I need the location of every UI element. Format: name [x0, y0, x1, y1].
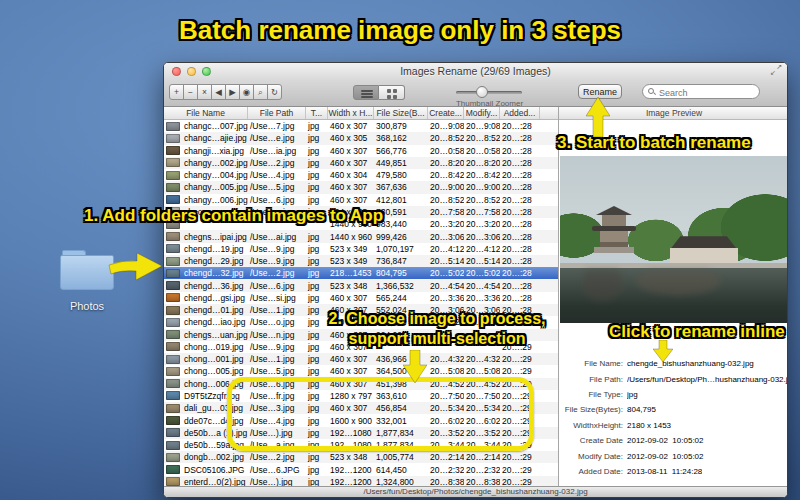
- fullscreen-icon[interactable]: ↗↙: [770, 64, 782, 76]
- file-size-cell: 1,005,774: [374, 452, 428, 462]
- file-name-cell: chong…019.jpg: [182, 342, 248, 352]
- preview-image: [560, 156, 788, 323]
- file-type-cell: jpg: [306, 244, 328, 254]
- search-icon: [648, 88, 654, 94]
- added-date-cell: 20…:29: [500, 465, 540, 475]
- table-row[interactable]: changy…005.jpg/Use…5.jpgjpg460 x 307367,…: [164, 181, 558, 193]
- column-header-6[interactable]: Create...: [428, 107, 464, 119]
- file-type-cell: jpg: [306, 305, 328, 315]
- refresh-button[interactable]: ↻: [267, 84, 282, 100]
- file-thumbnail: [166, 306, 180, 315]
- thumbnail-zoom-slider[interactable]: [456, 91, 522, 94]
- file-type-cell: jpg: [306, 146, 328, 156]
- info-field-value[interactable]: chengde_bishushanzhuang-032.jpg: [627, 359, 754, 368]
- info-field: File Size(Bytes):804,795: [559, 402, 788, 417]
- file-name-cell: chong…005.jpg: [182, 366, 248, 376]
- find-button[interactable]: ⌕: [253, 84, 268, 100]
- info-field-label: File Path:: [559, 375, 623, 384]
- add-button[interactable]: +: [169, 84, 184, 100]
- toolbar-buttons: +−×◀▶◉⌕↻: [169, 84, 282, 100]
- added-date-cell: 20…:28: [500, 232, 540, 242]
- dimensions-cell: 1440 x 960: [328, 232, 374, 242]
- info-field-label: File Type:: [559, 390, 623, 399]
- remove-button[interactable]: −: [183, 84, 198, 100]
- modify-date-cell: 20…3:36: [464, 293, 500, 303]
- table-row[interactable]: chegns…ipai.jpg/Use…ai.jpgjpg1440 x 9609…: [164, 230, 558, 242]
- create-date-cell: 20…9:00: [428, 182, 464, 192]
- added-date-cell: 20…:28: [500, 170, 540, 180]
- file-size-cell: 1,070,197: [374, 244, 428, 254]
- dimensions-cell: 523 x 348: [328, 281, 374, 291]
- table-row[interactable]: chengd…32.jpg/Use…2.jpgjpg218…1453804,79…: [164, 267, 558, 279]
- added-date-cell: 20…:28: [500, 244, 540, 254]
- file-type-cell: jpg: [306, 452, 328, 462]
- photos-folder-icon[interactable]: [60, 250, 114, 290]
- table-row[interactable]: chong…005.jpg/Use…5.jpgjpg460 x 307364,5…: [164, 365, 558, 377]
- info-field-value: 2012-09-02 10:05:02: [627, 436, 704, 445]
- table-row[interactable]: chengd…gsi.jpg/Use…si.jpgjpg460 x 307565…: [164, 292, 558, 304]
- slider-knob[interactable]: [476, 86, 488, 98]
- column-header-8[interactable]: Added...: [500, 107, 540, 119]
- next-button[interactable]: ▶: [225, 84, 240, 100]
- file-thumbnail: [166, 244, 180, 253]
- added-date-cell: 20…:28: [500, 146, 540, 156]
- create-date-cell: 20…9:08: [428, 121, 464, 131]
- file-path-cell: /Use…5.jpg: [248, 182, 306, 192]
- file-thumbnail: [166, 391, 180, 400]
- added-date-cell: 20…:29: [500, 354, 540, 364]
- dimensions-cell: 460 x 307: [328, 293, 374, 303]
- column-header-4[interactable]: Width x H...: [328, 107, 374, 119]
- file-size-cell: 736,847: [374, 256, 428, 266]
- table-row[interactable]: chengd…36.jpg/Use…6.jpgjpg523 x 3481,366…: [164, 279, 558, 291]
- previous-button[interactable]: ◀: [211, 84, 226, 100]
- file-size-cell: 367,636: [374, 182, 428, 192]
- modify-date-cell: 20…4:54: [464, 281, 500, 291]
- column-header-3[interactable]: T...: [306, 107, 328, 119]
- preview-button[interactable]: ◉: [239, 84, 254, 100]
- file-size-cell: 449,851: [374, 158, 428, 168]
- file-thumbnail: [166, 465, 180, 474]
- table-row[interactable]: chengd…29.jpg/Use…9.jpgjpg523 x 349736,8…: [164, 255, 558, 267]
- file-type-cell: jpg: [306, 330, 328, 340]
- dimensions-cell: 218…1453: [328, 268, 374, 278]
- list-view-icon[interactable]: [353, 85, 379, 100]
- file-thumbnail: [166, 477, 180, 486]
- table-row[interactable]: dongb…002.jpg/Use…2.jpgjpg523 x 3481,005…: [164, 451, 558, 463]
- modify-date-cell: 20…5:08: [464, 366, 500, 376]
- column-header-5[interactable]: File Size(B...: [374, 107, 428, 119]
- modify-date-cell: 20…5:02: [464, 268, 500, 278]
- window-title: Images Rename (29/69 Images): [164, 65, 787, 77]
- file-thumbnail: [166, 171, 180, 180]
- grid-view-icon[interactable]: [379, 85, 405, 100]
- table-row[interactable]: changy…002.jpg/Use…2.jpgjpg460 x 307449,…: [164, 157, 558, 169]
- table-row[interactable]: changc…ajie.jpg/Use…e.jpgjpg460 x 305368…: [164, 132, 558, 144]
- title-bar[interactable]: Images Rename (29/69 Images) ↗↙: [164, 63, 787, 80]
- search-input[interactable]: [657, 85, 759, 100]
- search-field[interactable]: [642, 84, 760, 99]
- column-header-1[interactable]: File Name: [164, 107, 248, 119]
- desktop: Batch rename image only in 3 steps Photo…: [0, 0, 800, 500]
- column-header-2[interactable]: File Path: [248, 107, 306, 119]
- added-date-cell: 20…:28: [500, 293, 540, 303]
- added-date-cell: 20…:29: [500, 366, 540, 376]
- modify-date-cell: 20…9:00: [464, 182, 500, 192]
- file-path-cell: /Use…2.jpg: [248, 452, 306, 462]
- dimensions-cell: 460 x 305: [328, 133, 374, 143]
- modify-date-cell: 20…4:32: [464, 354, 500, 364]
- table-row[interactable]: chong…001.jpg/Use…1.jpgjpg460 x 307436,9…: [164, 353, 558, 365]
- table-row[interactable]: chengd…19.jpg/Use…9.jpgjpg523 x 3491,070…: [164, 243, 558, 255]
- file-type-cell: jpg: [306, 182, 328, 192]
- table-row[interactable]: changji…xia.jpg/Use…ia.jpgjpg460 x 30756…: [164, 145, 558, 157]
- table-row[interactable]: changc…007.jpg/Use…7.jpgjpg460 x 307300,…: [164, 120, 558, 132]
- file-type-cell: jpg: [306, 281, 328, 291]
- file-type-cell: jpg: [306, 268, 328, 278]
- added-date-cell: 20…:28: [500, 195, 540, 205]
- file-name-cell: chengd…19.jpg: [182, 244, 248, 254]
- file-thumbnail: [166, 269, 180, 278]
- file-path-cell: /Use…ai.jpg: [248, 232, 306, 242]
- delete-button[interactable]: ×: [197, 84, 212, 100]
- column-header-7[interactable]: Modify...: [464, 107, 500, 119]
- table-row[interactable]: changy…006.jpg/Use…6.jpgjpg460 x 307412,…: [164, 194, 558, 206]
- table-row[interactable]: DSC05106.JPG/Use…6.JPGjpg192…1200614,450…: [164, 463, 558, 475]
- table-row[interactable]: changy…004.jpg/Use…4.jpgjpg460 x 304479,…: [164, 169, 558, 181]
